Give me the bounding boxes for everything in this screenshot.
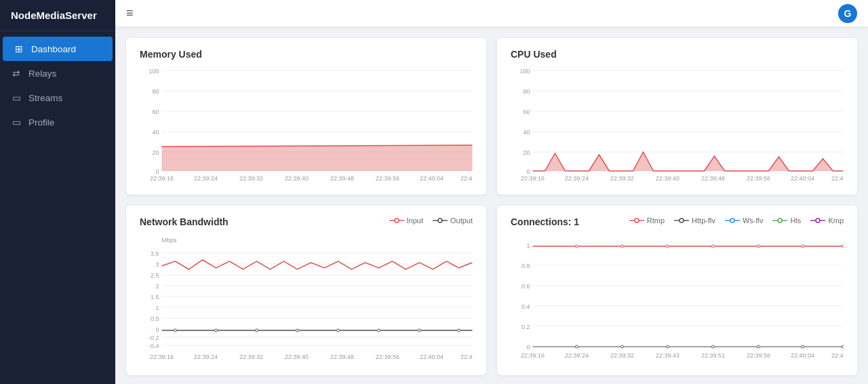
svg-point-86 — [679, 218, 684, 223]
svg-point-112 — [842, 245, 844, 248]
svg-point-68 — [215, 329, 218, 332]
legend-httpflv: Http-flv — [674, 216, 715, 225]
svg-text:1: 1 — [155, 305, 159, 311]
svg-text:0: 0 — [155, 168, 159, 175]
sidebar-label-profile: Profile — [28, 117, 54, 128]
svg-point-67 — [174, 329, 177, 332]
svg-text:22:39:32: 22:39:32 — [610, 175, 634, 182]
svg-text:0: 0 — [526, 168, 530, 175]
svg-point-71 — [337, 329, 340, 332]
network-chart-card: Network Bandwidth Input Output Mbps — [126, 206, 486, 375]
svg-text:20: 20 — [523, 149, 530, 156]
sidebar-item-relays[interactable]: ⇄ Relays — [0, 61, 115, 85]
svg-text:0.5: 0.5 — [151, 315, 159, 322]
svg-text:0: 0 — [526, 344, 530, 351]
user-avatar[interactable]: G — [838, 4, 857, 23]
svg-text:22:39:16: 22:39:16 — [521, 175, 545, 182]
svg-point-109 — [712, 245, 715, 248]
svg-text:22:39:43: 22:39:43 — [656, 352, 679, 359]
brand-title: NodeMediaServer — [0, 0, 115, 31]
connections-chart: 1 0.8 0.6 0.4 0.2 0 — [511, 235, 844, 367]
svg-text:22:39:16: 22:39:16 — [150, 175, 174, 182]
svg-text:1.5: 1.5 — [151, 294, 159, 301]
svg-text:22:39:48: 22:39:48 — [701, 175, 725, 182]
svg-text:0.2: 0.2 — [521, 324, 530, 330]
svg-text:1: 1 — [526, 242, 530, 249]
svg-text:22:40:12: 22:40:12 — [460, 175, 473, 182]
topbar: ≡ G — [115, 0, 868, 27]
svg-text:100: 100 — [149, 68, 159, 75]
svg-point-108 — [667, 245, 669, 248]
legend-httpflv-label: Http-flv — [692, 216, 715, 225]
svg-point-73 — [418, 329, 421, 332]
cpu-chart: 100 80 60 40 20 0 22:39:16 22 — [511, 65, 844, 187]
svg-text:22:39:32: 22:39:32 — [239, 353, 263, 360]
svg-point-84 — [635, 218, 639, 223]
sidebar: NodeMediaServer ⊞ Dashboard ⇄ Relays ▭ S… — [0, 0, 115, 384]
svg-text:22:39:56: 22:39:56 — [747, 175, 770, 182]
svg-text:40: 40 — [523, 129, 530, 136]
svg-text:22:39:51: 22:39:51 — [701, 352, 725, 359]
svg-point-74 — [458, 329, 460, 332]
svg-text:22:39:24: 22:39:24 — [565, 352, 589, 359]
svg-text:-0.4: -0.4 — [149, 343, 159, 349]
legend-kmp: Kmp — [810, 216, 844, 225]
sidebar-nav: ⊞ Dashboard ⇄ Relays ▭ Streams ▭ Profile — [0, 31, 115, 134]
cpu-chart-title: CPU Used — [511, 49, 844, 60]
svg-point-115 — [621, 345, 624, 348]
svg-text:2: 2 — [155, 283, 159, 290]
svg-text:60: 60 — [523, 109, 530, 115]
svg-text:80: 80 — [152, 88, 159, 95]
memory-chart-title: Memory Used — [140, 49, 473, 60]
legend-output-label: Output — [450, 216, 473, 225]
svg-point-118 — [757, 345, 760, 348]
svg-marker-33 — [533, 152, 844, 171]
sidebar-item-dashboard[interactable]: ⊞ Dashboard — [3, 37, 113, 61]
svg-text:0: 0 — [155, 326, 159, 333]
svg-text:22:39:56: 22:39:56 — [376, 353, 399, 360]
svg-marker-12 — [162, 145, 473, 171]
svg-text:22:39:24: 22:39:24 — [565, 175, 589, 182]
legend-rtmp-label: Rtmp — [647, 216, 665, 225]
legend-hls: Hls — [772, 216, 801, 225]
svg-text:0.4: 0.4 — [521, 303, 530, 310]
svg-point-70 — [296, 329, 299, 332]
relays-icon: ⇄ — [11, 68, 22, 79]
menu-icon[interactable]: ≡ — [126, 6, 134, 20]
svg-text:22:39:16: 22:39:16 — [150, 353, 174, 360]
svg-text:22:39:56: 22:39:56 — [747, 352, 770, 359]
network-chart: Mbps 3.5 3 2.5 2 1.5 1 0.5 0 — [140, 235, 473, 367]
svg-text:0.8: 0.8 — [521, 263, 530, 269]
svg-text:Mbps: Mbps — [162, 237, 178, 244]
svg-text:80: 80 — [523, 88, 530, 95]
sidebar-item-streams[interactable]: ▭ Streams — [0, 85, 115, 110]
legend-wsflv: Ws-flv — [725, 216, 764, 225]
sidebar-item-profile[interactable]: ▭ Profile — [0, 110, 115, 134]
svg-text:0.6: 0.6 — [521, 283, 530, 290]
legend-hls-label: Hls — [790, 216, 801, 225]
svg-text:20: 20 — [152, 149, 159, 156]
svg-text:60: 60 — [152, 109, 159, 115]
profile-icon: ▭ — [11, 117, 22, 128]
svg-point-116 — [667, 345, 669, 348]
svg-point-117 — [712, 345, 715, 348]
svg-point-107 — [621, 245, 624, 248]
svg-text:22:40:04: 22:40:04 — [791, 352, 814, 359]
topbar-right: G — [838, 4, 857, 23]
network-svg: Mbps 3.5 3 2.5 2 1.5 1 0.5 0 — [140, 235, 473, 364]
network-chart-header: Network Bandwidth Input Output — [140, 216, 473, 233]
svg-point-90 — [778, 218, 782, 223]
svg-text:2.5: 2.5 — [151, 272, 159, 279]
sidebar-label-dashboard: Dashboard — [31, 44, 76, 54]
svg-point-114 — [576, 345, 578, 348]
memory-chart-card: Memory Used 100 80 60 40 20 0 — [126, 38, 486, 195]
svg-text:22:39:40: 22:39:40 — [285, 175, 309, 182]
svg-text:22:39:40: 22:39:40 — [656, 175, 679, 182]
network-chart-title: Network Bandwidth — [140, 216, 229, 227]
memory-svg: 100 80 60 40 20 0 — [140, 65, 473, 184]
svg-point-110 — [757, 245, 760, 248]
svg-text:22:39:56: 22:39:56 — [376, 175, 399, 182]
legend-input-label: Input — [407, 216, 423, 225]
legend-kmp-label: Kmp — [828, 216, 844, 225]
svg-text:100: 100 — [519, 68, 530, 75]
